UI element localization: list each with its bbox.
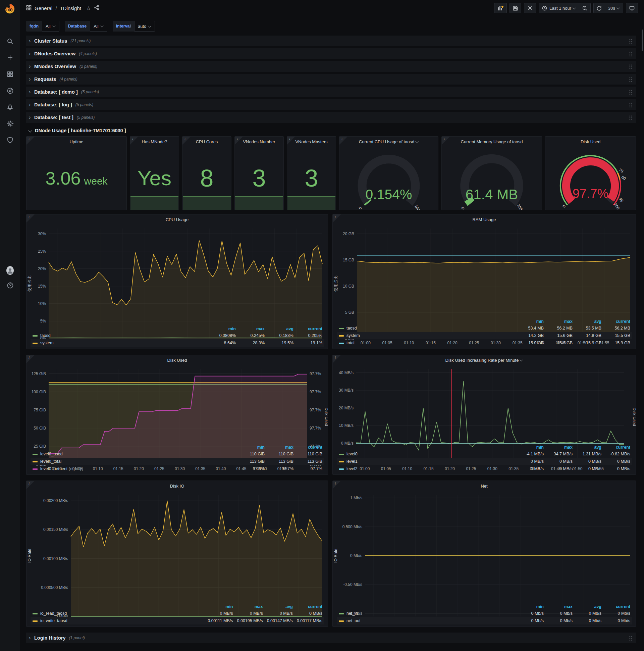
row-drag-handle[interactable]	[629, 51, 633, 56]
help-icon[interactable]	[6, 282, 14, 289]
panel-header[interactable]: Disk Used	[545, 136, 636, 147]
legend-series-swatch[interactable]	[339, 461, 344, 462]
legend-series-swatch[interactable]	[339, 613, 344, 614]
info-icon[interactable]: i	[183, 136, 191, 145]
cpu-usage-chart[interactable]: 01:0001:0501:1001:1501:2001:2501:3001:35…	[27, 224, 328, 326]
zoom-out-time-button[interactable]	[579, 3, 591, 13]
legend-series-swatch[interactable]	[33, 343, 38, 344]
variable-database-value[interactable]: All	[90, 21, 107, 32]
refresh-button[interactable]	[593, 3, 605, 13]
refresh-interval-picker[interactable]: 30s	[605, 3, 623, 13]
dashboard-settings-button[interactable]	[524, 3, 536, 13]
info-icon[interactable]: i	[27, 136, 35, 145]
row-drag-handle[interactable]	[629, 39, 633, 43]
info-icon[interactable]: i	[287, 136, 295, 145]
share-icon[interactable]	[94, 5, 99, 11]
legend-column-header[interactable]: min	[238, 445, 267, 450]
panel-header[interactable]: Current CPU Usage of taosd	[340, 136, 438, 147]
legend-series-swatch[interactable]	[339, 328, 344, 329]
row-database-test[interactable]: ›Database: [ test ](5 panels)	[26, 112, 636, 123]
row-requests[interactable]: ›Requests(4 panels)	[26, 74, 636, 85]
row-drag-handle[interactable]	[629, 636, 633, 641]
variable-interval-value[interactable]: auto	[134, 21, 155, 32]
legend-series-name[interactable]: level0	[347, 452, 358, 456]
configuration-gear-icon[interactable]	[6, 120, 14, 127]
legend-series-name[interactable]: taosd	[347, 326, 357, 331]
legend-series-swatch[interactable]	[339, 343, 344, 344]
legend-series-name[interactable]: level2	[347, 466, 358, 471]
panel-header[interactable]: Uptime	[27, 136, 126, 147]
legend-series-swatch[interactable]	[33, 620, 38, 622]
net-chart[interactable]: 01:0001:0501:1001:1501:2001:2501:3001:35…	[333, 491, 636, 604]
legend-column-header[interactable]: current	[295, 604, 324, 610]
info-icon[interactable]: i	[333, 481, 341, 489]
legend-series-name[interactable]: io_read_taosd	[40, 611, 67, 616]
panel-header[interactable]: CPU Usage	[27, 214, 328, 224]
legend-column-header[interactable]: avg	[575, 604, 604, 610]
info-icon[interactable]: i	[27, 355, 35, 363]
panel-header[interactable]: Disk Used	[27, 355, 328, 365]
legend-column-header[interactable]: avg	[265, 604, 295, 610]
breadcrumb-page[interactable]: TDinsight	[60, 5, 81, 11]
memory-gauge[interactable]: 0158961.4 MB	[442, 147, 542, 211]
legend-series-swatch[interactable]	[339, 620, 344, 622]
legend-column-header[interactable]: avg	[267, 326, 295, 332]
row-cluster-status[interactable]: ›Cluster Status(21 panels)	[26, 36, 636, 46]
row-login-history[interactable]: ›Login History(1 panel)	[26, 632, 636, 643]
legend-column-header[interactable]: min	[517, 445, 546, 450]
info-icon[interactable]: i	[442, 136, 450, 145]
legend-series-swatch[interactable]	[33, 613, 38, 614]
legend-column-header[interactable]: min	[517, 604, 546, 610]
save-dashboard-button[interactable]	[510, 3, 521, 13]
info-icon[interactable]: i	[333, 214, 341, 222]
row-database-log[interactable]: ›Database: [ log ](5 panels)	[26, 99, 636, 110]
legend-series-name[interactable]: level0_percent	[40, 466, 67, 471]
legend-column-header[interactable]: max	[546, 604, 575, 610]
add-panel-button[interactable]	[494, 3, 507, 13]
legend-column-header[interactable]: max	[235, 604, 265, 610]
legend-column-header[interactable]: avg	[575, 445, 604, 450]
legend-column-header[interactable]: avg	[575, 319, 604, 324]
legend-series-name[interactable]: level0_used	[40, 452, 63, 456]
legend-series-name[interactable]: io_write_taosd	[40, 618, 67, 623]
panel-header[interactable]: Current Memory Usage of taosd	[442, 136, 542, 147]
legend-column-header[interactable]: current	[604, 604, 632, 610]
ram-usage-chart[interactable]: 01:0001:0501:1001:1501:2001:2501:3001:35…	[333, 224, 636, 319]
info-icon[interactable]: i	[27, 481, 35, 489]
row-mnodes-overview[interactable]: ›MNodes Overview(2 panels)	[26, 61, 636, 72]
row-drag-handle[interactable]	[629, 90, 633, 95]
disk-used-gauge[interactable]: 075809510097.7%	[545, 147, 636, 211]
info-icon[interactable]: i	[340, 136, 348, 145]
legend-column-header[interactable]: current	[295, 326, 324, 332]
legend-series-swatch[interactable]	[33, 468, 38, 470]
info-icon[interactable]: i	[130, 136, 138, 145]
row-drag-handle[interactable]	[629, 64, 633, 69]
panel-header[interactable]: Disk Used Increasing Rate per Minute	[333, 355, 636, 365]
server-admin-shield-icon[interactable]	[6, 136, 14, 144]
row-dnode-usage[interactable]: DNode Usage [ huolinhe-TM1701:6030 ]	[26, 125, 636, 136]
legend-series-name[interactable]: system	[347, 333, 360, 338]
disk-used-chart[interactable]: 01:0001:0501:1001:1501:2001:2501:3001:35…	[27, 365, 328, 445]
grafana-logo[interactable]	[0, 0, 20, 18]
create-plus-icon[interactable]	[6, 54, 14, 61]
legend-series-swatch[interactable]	[339, 454, 344, 455]
user-avatar[interactable]	[6, 267, 14, 274]
legend-column-header[interactable]: min	[209, 326, 238, 332]
row-database-demo[interactable]: ›Database: [ demo ](5 panels)	[26, 87, 636, 97]
legend-series-name[interactable]: level1	[347, 459, 358, 464]
disk-rate-chart[interactable]: 01:0001:0501:1001:1501:2001:2501:3001:35…	[333, 365, 636, 445]
legend-series-name[interactable]: taosd	[40, 333, 51, 338]
time-range-picker[interactable]: Last 1 hour	[539, 3, 579, 13]
breadcrumb-section[interactable]: General	[35, 5, 52, 11]
legend-series-swatch[interactable]	[33, 461, 38, 462]
row-drag-handle[interactable]	[629, 115, 633, 120]
row-drag-handle[interactable]	[629, 102, 633, 107]
favorite-star-icon[interactable]: ☆	[86, 5, 91, 11]
legend-column-header[interactable]: current	[295, 445, 324, 450]
variable-fqdn-value[interactable]: All	[42, 21, 59, 32]
info-icon[interactable]: i	[27, 214, 35, 222]
cpu-gauge[interactable]: 01000.154%	[340, 147, 438, 211]
legend-series-swatch[interactable]	[33, 335, 38, 337]
legend-column-header[interactable]: current	[604, 445, 632, 450]
tv-mode-button[interactable]	[626, 3, 638, 13]
